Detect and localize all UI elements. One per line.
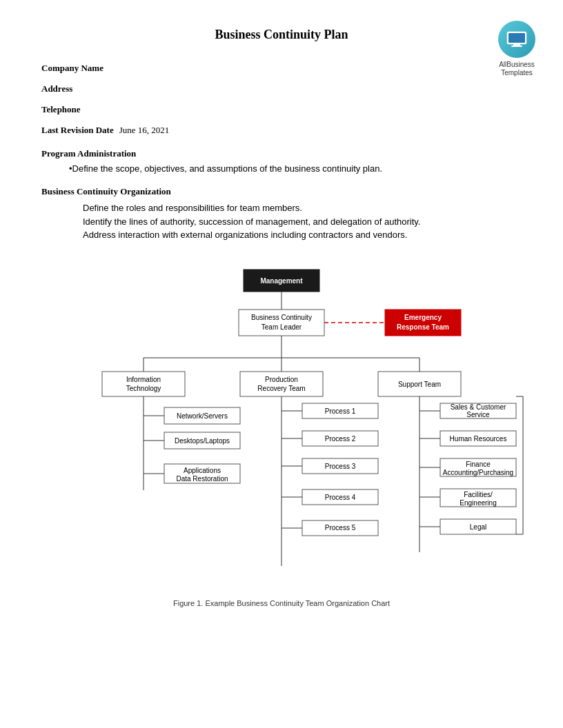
address-field: Address: [41, 83, 522, 94]
svg-text:Recovery Team: Recovery Team: [257, 385, 305, 392]
company-name-label: Company Name: [41, 63, 103, 73]
last-revision-label: Last Revision Date: [41, 125, 114, 136]
svg-text:Applications: Applications: [184, 467, 221, 474]
svg-text:Process 1: Process 1: [325, 407, 356, 415]
program-admin-heading: Program Administration: [41, 148, 522, 159]
page-title: Business Continuity Plan: [41, 28, 522, 42]
svg-text:Technology: Technology: [126, 385, 161, 392]
bco-section: Business Continuity Organization Define …: [41, 186, 522, 242]
bco-line3: Address interaction with external organi…: [83, 228, 522, 242]
org-chart-container: .node-rect { fill: white; stroke: #555; …: [41, 263, 522, 607]
svg-text:Information: Information: [126, 376, 161, 383]
svg-text:Network/Servers: Network/Servers: [177, 412, 228, 420]
program-admin-bullet: •Define the scope, objectives, and assum…: [69, 163, 522, 174]
logo-circle: [498, 21, 535, 58]
svg-text:Sales & Customer: Sales & Customer: [451, 403, 506, 411]
svg-text:Production: Production: [265, 376, 298, 383]
svg-text:Accounting/Purchasing: Accounting/Purchasing: [443, 469, 513, 476]
company-name-field: Company Name: [41, 63, 522, 74]
telephone-label: Telephone: [41, 104, 81, 114]
bco-line2: Identify the lines of authority, success…: [83, 215, 522, 229]
svg-text:Process 2: Process 2: [325, 435, 356, 443]
logo-area: AllBusiness Templates: [498, 21, 535, 77]
svg-text:Process 3: Process 3: [325, 463, 356, 470]
svg-text:Team Leader: Team Leader: [261, 323, 302, 331]
svg-rect-2: [513, 44, 520, 46]
last-revision-value: June 16, 2021: [119, 125, 170, 136]
figure-caption: Figure 1. Example Business Continuity Te…: [173, 599, 390, 607]
svg-text:Engineering: Engineering: [460, 499, 496, 507]
bco-line1: Define the roles and responsibilities fo…: [83, 201, 522, 215]
svg-text:Desktops/Laptops: Desktops/Laptops: [175, 437, 230, 445]
svg-rect-1: [508, 33, 525, 43]
svg-text:Data Restoration: Data Restoration: [176, 475, 228, 483]
svg-text:Support Team: Support Team: [398, 381, 441, 388]
svg-text:Facilities/: Facilities/: [464, 491, 493, 498]
svg-rect-3: [511, 46, 522, 47]
address-label: Address: [41, 83, 72, 94]
last-revision-field: Last Revision Date June 16, 2021: [41, 125, 522, 136]
program-admin-section: Program Administration •Define the scope…: [41, 148, 522, 174]
org-chart-svg: .node-rect { fill: white; stroke: #555; …: [68, 263, 495, 594]
svg-text:Process 4: Process 4: [325, 494, 356, 501]
logo-text: AllBusiness Templates: [498, 61, 535, 77]
bco-heading: Business Continuity Organization: [41, 186, 522, 197]
svg-text:Legal: Legal: [470, 523, 486, 531]
management-label: Management: [260, 277, 303, 285]
svg-text:Process 5: Process 5: [325, 524, 356, 532]
svg-text:Service: Service: [466, 411, 490, 418]
svg-text:Response Team: Response Team: [397, 323, 449, 331]
svg-text:Emergency: Emergency: [404, 314, 442, 321]
svg-text:Finance: Finance: [466, 461, 491, 468]
svg-text:Human Resources: Human Resources: [450, 435, 507, 443]
telephone-field: Telephone: [41, 104, 522, 115]
team-leader-label: Business Continuity: [251, 314, 312, 321]
